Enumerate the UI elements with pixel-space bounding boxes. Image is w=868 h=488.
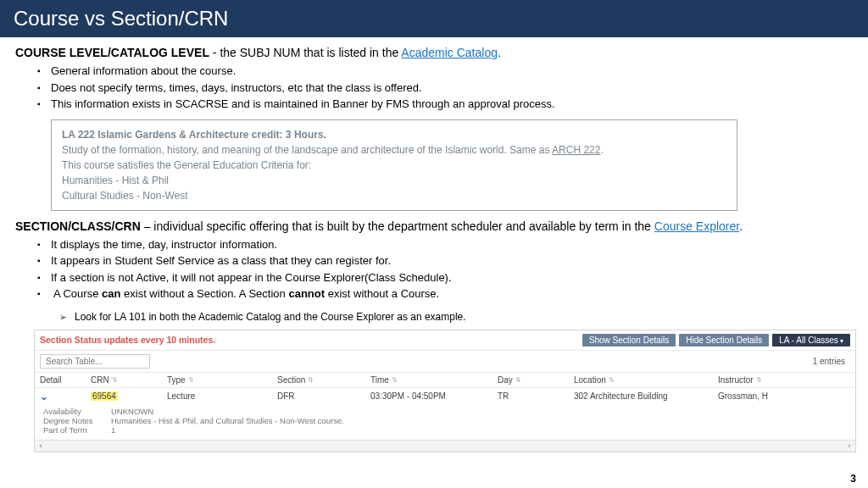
availability-value: UNKNOWN: [111, 407, 153, 416]
cell-section: DFR: [277, 391, 370, 401]
cell-day: TR: [498, 391, 574, 401]
list-item: If a section is not Active, it will not …: [51, 269, 853, 286]
catalog-gened-1: Humanities - Hist & Phil: [62, 173, 726, 188]
list-item: General information about the course.: [51, 63, 853, 80]
arch-222-link[interactable]: ARCH 222: [552, 144, 600, 156]
catalog-course-header: LA 222 Islamic Gardens & Architecture cr…: [62, 127, 726, 142]
sort-icon: ⇅: [308, 376, 314, 384]
availability-label: Availability: [43, 407, 111, 416]
catalog-description: Study of the formation, history, and mea…: [62, 142, 726, 158]
explorer-search-row: 1 entries: [35, 351, 855, 372]
part-of-term-label: Part of Term: [43, 425, 111, 435]
section-level-bullets: It displays the time, day, instructor in…: [15, 236, 853, 302]
list-item: It displays the time, day, instructor in…: [51, 236, 853, 253]
catalog-sample-box: LA 222 Islamic Gardens & Architecture cr…: [51, 119, 737, 211]
cell-location: 302 Architecture Building: [574, 391, 718, 401]
col-time[interactable]: Time⇅: [370, 375, 498, 385]
horizontal-scrollbar[interactable]: ‹ ›: [35, 440, 855, 452]
table-row: ⌄ 69564 Lecture DFR 03:30PM - 04:50PM TR…: [35, 388, 855, 405]
list-item: Look for LA 101 in both the Academic Cat…: [75, 309, 853, 324]
col-crn[interactable]: CRN⇅: [91, 375, 167, 385]
list-item: It appears in Student Self Service as a …: [51, 252, 853, 269]
catalog-gened-intro: This course satisfies the General Educat…: [62, 158, 726, 173]
list-item: A Course can exist without a Section. A …: [51, 286, 853, 302]
course-explorer-sample: Section Status updates every 10 minutes.…: [34, 330, 856, 452]
entries-count: 1 entries: [813, 357, 850, 366]
scroll-right-icon[interactable]: ›: [843, 441, 855, 450]
row-details: AvailabilityUNKNOWN Degree NotesHumaniti…: [35, 405, 855, 440]
col-instructor[interactable]: Instructor⇅: [718, 375, 828, 385]
search-input[interactable]: [40, 354, 150, 369]
sort-icon: ⇅: [392, 376, 398, 384]
degree-notes-label: Degree Notes: [43, 416, 111, 425]
col-day[interactable]: Day⇅: [498, 375, 574, 385]
sort-icon: ⇅: [112, 376, 118, 384]
course-explorer-link[interactable]: Course Explorer: [654, 219, 739, 233]
class-filter-dropdown[interactable]: LA - All Classes: [772, 334, 850, 347]
course-level-bold: COURSE LEVEL/CATALOG LEVEL: [15, 46, 209, 59]
section-level-subbullets: Look for LA 101 in both the Academic Cat…: [15, 309, 853, 324]
cell-type: Lecture: [167, 391, 277, 401]
sort-icon: ⇅: [609, 376, 615, 384]
academic-catalog-link[interactable]: Academic Catalog: [401, 46, 498, 59]
slide-body: COURSE LEVEL/CATALOG LEVEL - the SUBJ NU…: [0, 37, 868, 452]
hide-section-details-button[interactable]: Hide Section Details: [679, 334, 769, 347]
col-detail[interactable]: Detail: [40, 375, 91, 385]
part-of-term-value: 1: [111, 425, 115, 435]
col-section[interactable]: Section⇅: [277, 375, 370, 385]
show-section-details-button[interactable]: Show Section Details: [582, 334, 676, 347]
section-level-bold: SECTION/CLASS/CRN: [15, 219, 141, 233]
expand-row-icon[interactable]: ⌄: [40, 391, 48, 402]
col-type[interactable]: Type⇅: [167, 375, 277, 385]
sort-icon: ⇅: [756, 376, 762, 384]
explorer-toolbar: Section Status updates every 10 minutes.…: [35, 330, 855, 351]
status-message: Section Status updates every 10 minutes.: [40, 335, 579, 345]
course-level-bullets: General information about the course. Do…: [15, 63, 853, 113]
catalog-gened-2: Cultural Studies - Non-West: [62, 188, 726, 203]
page-number: 3: [850, 473, 856, 485]
sort-icon: ⇅: [515, 376, 521, 384]
cell-instructor: Grossman, H: [718, 391, 828, 401]
col-location[interactable]: Location⇅: [574, 375, 718, 385]
list-item: Does not specify terms, times, days, ins…: [51, 80, 853, 97]
list-item: This information exists in SCACRSE and i…: [51, 96, 853, 113]
cell-time: 03:30PM - 04:50PM: [370, 391, 498, 401]
section-level-heading: SECTION/CLASS/CRN – individual specific …: [15, 219, 853, 233]
course-level-heading: COURSE LEVEL/CATALOG LEVEL - the SUBJ NU…: [15, 46, 853, 59]
table-header: Detail CRN⇅ Type⇅ Section⇅ Time⇅ Day⇅ Lo…: [35, 372, 855, 388]
slide-title: Course vs Section/CRN: [0, 0, 868, 37]
scroll-left-icon[interactable]: ‹: [35, 441, 47, 450]
cell-crn: 69564: [91, 391, 167, 401]
degree-notes-value: Humanities - Hist & Phil, and Cultural S…: [111, 416, 344, 425]
sort-icon: ⇅: [188, 376, 194, 384]
